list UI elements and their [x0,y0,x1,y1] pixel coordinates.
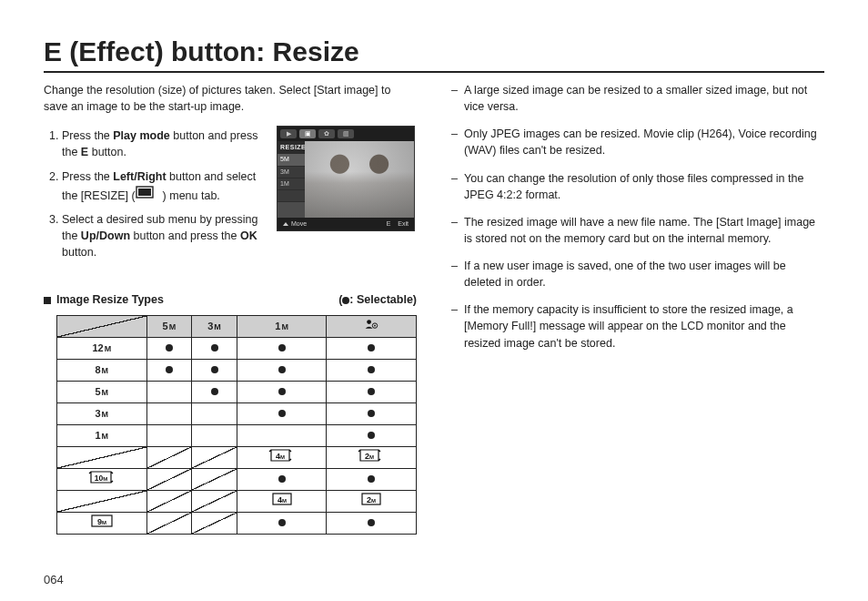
row-8m: 8M [57,360,147,382]
resize-table: 5M 3M 1M 12M 8M 5M 3M 1M [56,315,417,535]
col-1m: 1M [237,316,327,338]
square-bullet-icon [44,297,51,304]
svg-text:4M: 4M [276,452,285,461]
t: button. [88,146,126,158]
row-5m: 5M [57,382,147,403]
svg-point-2 [367,320,371,324]
table-corner [57,316,147,338]
play-icon: ▶ [280,129,297,138]
col-p2m: 2M [327,491,417,513]
lcd-resize-label: RESIZE [278,141,305,154]
wide-icon: 10M [88,470,116,484]
lcd-tabs: ▶ ▣ ✿ ▥ [278,127,414,141]
col-p4m: 4M [237,491,327,513]
t: Left/Right [113,170,166,183]
lcd-item: 1M [278,178,305,190]
col-w4m: 4M [237,447,327,469]
svg-text:10M: 10M [95,474,107,483]
lcd-item [278,190,305,202]
lcd-photo [305,141,414,218]
col-5m: 5M [146,316,192,338]
note-item: Only JPEG images can be resized. Movie c… [451,126,824,158]
svg-text:2M: 2M [365,452,374,461]
t: Play mode [113,129,170,142]
note-item: The resized image will have a new file n… [451,214,824,247]
wide-icon: 9M [88,514,116,528]
crop-icon: ▥ [338,129,354,138]
t: Press the [62,129,113,142]
col-startimg [327,316,417,338]
t: button. [62,246,96,259]
updown-icon [283,222,288,226]
lcd-side-menu: RESIZE 5M 3M 1M [278,141,305,218]
row-12m: 12M [57,338,147,360]
note-item: If the memory capacity is insufficient t… [451,301,824,351]
resize-icon [136,185,163,199]
lcd-screenshot: ▶ ▣ ✿ ▥ RESIZE 5M 3M 1M [277,126,415,231]
page-number: 064 [44,573,64,586]
lcd-item: 3M [278,167,305,178]
steps-list: Press the Play mode button and press the… [44,127,262,260]
svg-text:2M: 2M [367,495,376,504]
row-w10m: 10M [57,469,147,491]
svg-point-4 [374,325,376,327]
table-heading: Image Resize Types [44,291,164,308]
t: button and press the [130,229,240,242]
t: ) menu tab. [163,189,220,202]
page-title: E (Effect) button: Resize [44,36,824,73]
note-item: You can change the resolution of only th… [451,170,824,203]
svg-text:9M: 9M [97,517,106,526]
lcd-move: Move [291,219,307,229]
t: Press the [62,170,113,183]
wide-icon: 2M [358,492,385,506]
row-1m: 1M [57,425,147,447]
svg-rect-1 [138,188,151,196]
t: OK [240,229,257,242]
t: Up/Down [81,229,130,242]
step-2: Press the Left/Right button and select t… [62,168,262,204]
note-item: A large sized image can be resized to a … [451,82,824,115]
table-corner [57,491,147,513]
svg-text:4M: 4M [278,495,287,504]
wide-icon: 2M [358,448,385,463]
note-item: If a new user image is saved, one of the… [451,258,824,290]
step-3: Select a desired sub menu by pressing th… [62,211,262,260]
wide-icon: 4M [268,448,296,463]
lcd-item: 5M [278,154,305,166]
palette-icon: ✿ [318,129,335,138]
lcd-footer: Move E Exit [278,218,414,230]
col-3m: 3M [192,316,237,338]
wide-icon: 4M [268,492,296,506]
lcd-e: E [387,219,391,229]
col-w2m: 2M [327,447,417,469]
table-corner [57,447,147,469]
row-p9m: 9M [57,513,147,535]
intro-text: Change the resolution (size) of pictures… [44,82,417,115]
user-start-icon [364,319,378,330]
notes-list: A large sized image can be resized to a … [451,82,824,351]
t: Image Resize Types [56,293,164,306]
resize-tab-icon: ▣ [299,129,316,138]
table-legend: (: Selectable) [338,291,417,308]
row-3m: 3M [57,403,147,425]
dot-icon [342,297,349,304]
step-1: Press the Play mode button and press the… [62,127,262,160]
t: E [81,146,88,158]
lcd-exit: Exit [398,219,409,229]
